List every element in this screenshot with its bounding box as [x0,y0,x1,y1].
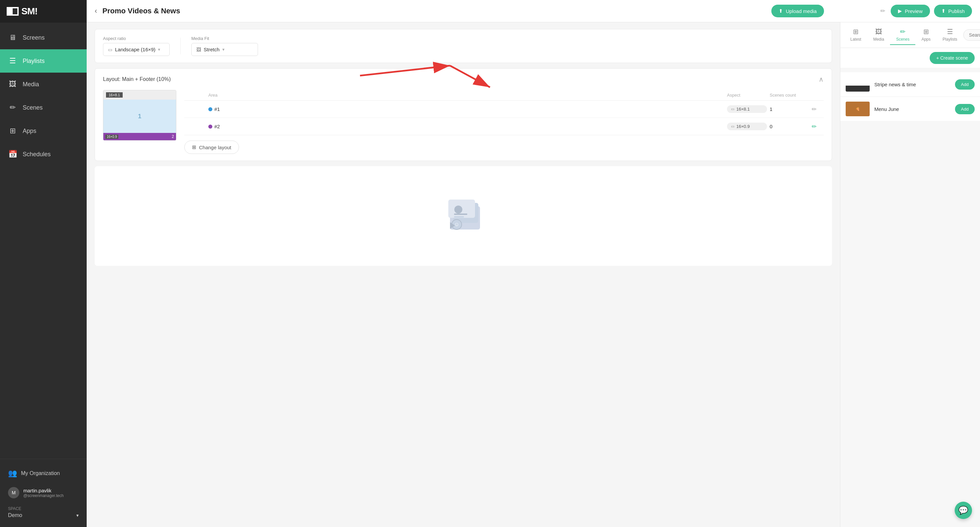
aspect-ratio-label: Aspect ratio [103,36,170,41]
page-title: Promo Videos & News [102,7,872,15]
latest-tab-icon: ⊞ [853,28,859,36]
scene-item-stripe[interactable]: Stripe news & time Add [840,72,980,96]
user-name: martin.pavlik [23,488,64,494]
apps-tab-icon: ⊞ [923,28,929,36]
layout-body: 16×8.1 1 16×0.9 2 [103,90,824,154]
topbar-actions: ▶ Preview ⬆ Publish [891,5,972,17]
tab-scenes[interactable]: ✏ Scenes [890,25,915,45]
add-stripe-button[interactable]: Add [955,79,975,90]
nav-items: 🖥 Screens ☰ Playlists 🖼 Media ✏ Scenes ⊞… [0,23,87,459]
col-aspect: Aspect [727,93,767,98]
layout-title: Layout: Main + Footer (10%) [103,76,171,82]
edit-title-icon[interactable]: ✏ [880,7,885,15]
media-fit-label: Media Fit [191,36,258,41]
main-content: ‹ Promo Videos & News ✏ ▶ Preview ⬆ Publ… [87,0,980,527]
aspect-icon-2: ▭ [731,124,734,129]
sidebar-item-media[interactable]: 🖼 Media [0,73,87,96]
logo-text: SM! [21,6,37,17]
area-cell-2: #2 [208,124,724,129]
empty-illustration: ☺ [430,186,497,246]
org-icon: 👥 [8,469,17,478]
create-scene-button[interactable]: + Create scene [930,52,975,64]
sidebar-item-label-media: Media [23,81,39,88]
aspect-badge-2: ▭ 16×0.9 [727,122,767,130]
settings-row: Aspect ratio ▭ Landscape (16×9) ▾ Media … [103,36,824,56]
sidebar-item-label-schedules: Schedules [23,151,51,158]
sidebar-bottom: 👥 My Organization M martin.pavlik @scree… [0,459,87,527]
scene-item-menu[interactable]: 🍕 Menu June Add [840,97,980,121]
aspect-value-2: 16×0.9 [737,124,750,129]
scene-name-menu: Menu June [874,106,950,112]
user-info: martin.pavlik @screenmanager.tech [23,488,64,498]
tab-media[interactable]: 🖼 Media [867,25,890,45]
search-input[interactable] [963,29,980,41]
sidebar-item-playlists[interactable]: ☰ Playlists [0,49,87,73]
aspect-icon-1: ▭ [731,107,734,111]
sidebar-item-scenes[interactable]: ✏ Scenes [0,96,87,119]
sidebar-item-label-scenes: Scenes [23,104,43,111]
media-fit-icon: 🖼 [196,47,201,52]
svg-text:☺: ☺ [454,222,459,227]
chat-icon: 💬 [958,506,968,515]
svg-rect-4 [454,214,467,215]
playlists-tab-icon: ☰ [947,28,953,36]
add-menu-button[interactable]: Add [955,104,975,114]
preview-button[interactable]: ▶ Preview [891,5,930,17]
schedules-icon: 📅 [8,150,18,159]
sidebar-item-screens[interactable]: 🖥 Screens [0,26,87,49]
upload-media-button[interactable]: ⬆ Upload media [772,5,824,17]
tab-playlists[interactable]: ☰ Playlists [937,25,963,45]
area1-badge: 16×8.1 [106,92,123,98]
org-item[interactable]: 👥 My Organization [5,464,81,483]
table-header: Area Aspect Scenes count [185,90,824,101]
chevron-down-icon: ▾ [158,47,160,52]
collapse-button[interactable]: ∧ [819,75,824,83]
publish-button[interactable]: ⬆ Publish [934,5,972,17]
aspect-value-1: 16×8.1 [737,106,750,111]
chevron-down-icon: ▾ [222,47,225,52]
publish-icon: ⬆ [941,8,946,14]
change-layout-button[interactable]: ⊞ Change layout [185,141,239,154]
back-button[interactable]: ‹ [95,7,97,15]
user-item[interactable]: M martin.pavlik @screenmanager.tech [5,483,81,503]
edit-row2-button[interactable]: ✏ [806,123,822,130]
tab-apps[interactable]: ⊞ Apps [915,25,936,45]
col-area: Area [208,93,724,98]
sidebar-item-apps[interactable]: ⊞ Apps [0,119,87,143]
chat-button[interactable]: 💬 [955,502,972,519]
svg-point-3 [454,206,462,214]
area-cell-1: #1 [208,106,724,112]
org-label: My Organization [21,470,60,476]
apps-icon: ⊞ [8,127,18,135]
layout-header: Layout: Main + Footer (10%) ∧ [103,75,824,83]
media-fit-field: Media Fit 🖼 Stretch ▾ [191,36,258,56]
space-label: Space [5,503,81,512]
edit-row1-button[interactable]: ✏ [806,106,822,113]
play-icon: ▶ [898,8,902,14]
scenes-icon: ✏ [8,103,18,112]
upload-icon: ⬆ [779,8,783,14]
topbar: ‹ Promo Videos & News ✏ ▶ Preview ⬆ Publ… [87,0,980,22]
aspect-ratio-field: Aspect ratio ▭ Landscape (16×9) ▾ [103,36,170,56]
logo-icon [7,7,19,16]
scene-list: Stripe news & time Add 🍕 Menu June Add [840,68,980,527]
sidebar-item-schedules[interactable]: 📅 Schedules [0,143,87,166]
content-wrapper: Aspect ratio ▭ Landscape (16×9) ▾ Media … [87,22,980,527]
tab-latest[interactable]: ⊞ Latest [844,25,867,45]
area-number-2: #2 [214,124,220,129]
user-avatar: M [8,487,19,498]
space-name: Demo ▾ [5,512,81,522]
media-icon: 🖼 [8,80,18,89]
col-scenes-count: Scenes count [770,93,803,98]
layout-footer-area: 16×0.9 2 [103,133,176,140]
media-tab-icon: 🖼 [875,28,882,36]
sidebar: SM! 🖥 Screens ☰ Playlists 🖼 Media ✏ Scen… [0,0,87,527]
logo-area: SM! [0,0,87,23]
aspect-ratio-select[interactable]: ▭ Landscape (16×9) ▾ [103,43,170,56]
media-fit-select[interactable]: 🖼 Stretch ▾ [191,43,258,56]
aspect-ratio-value: Landscape (16×9) [115,47,155,52]
scene-name-stripe: Stripe news & time [874,82,950,87]
sidebar-item-label-apps: Apps [23,128,37,135]
media-fit-value: Stretch [204,47,220,52]
aspect-badge-1: ▭ 16×8.1 [727,105,767,113]
